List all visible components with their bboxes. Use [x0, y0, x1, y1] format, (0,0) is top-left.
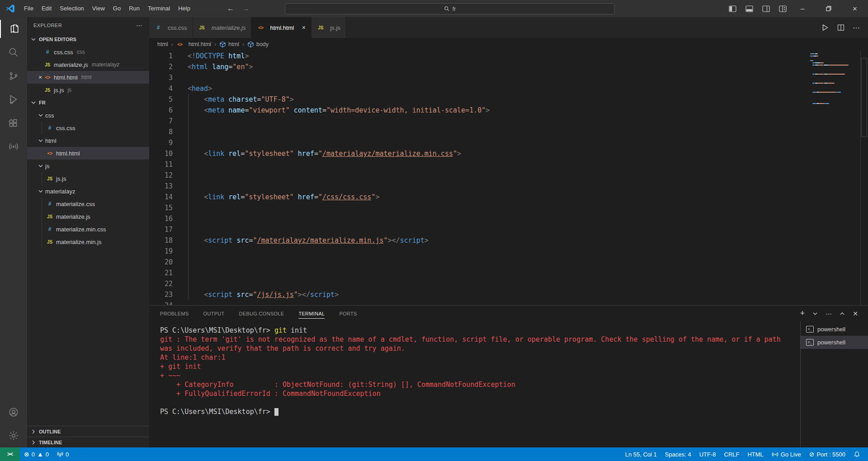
maximize-panel-icon[interactable] — [839, 310, 846, 317]
workspace-section-header[interactable]: FR — [27, 96, 149, 109]
menu-item-help[interactable]: Help — [174, 3, 194, 14]
close-editor-icon[interactable]: ✕ — [37, 75, 44, 80]
statusbar-item-spaces-4[interactable]: Spaces: 4 — [661, 447, 695, 461]
activity-item-run-and-debug[interactable] — [0, 88, 27, 111]
toggle-panel-icon[interactable] — [745, 5, 753, 12]
panel-tab-terminal[interactable]: TERMINAL — [298, 306, 325, 321]
activity-item-extensions[interactable] — [0, 111, 27, 135]
statusbar-item-go-live[interactable]: Go Live — [768, 447, 805, 461]
terminal-session-item[interactable]: >_powershell — [801, 323, 868, 336]
breadcrumb-item[interactable]: <>html.html — [176, 41, 212, 47]
statusbar-item-bell[interactable] — [849, 447, 864, 461]
code-line[interactable]: 9 — [149, 137, 868, 148]
menu-item-file[interactable]: File — [20, 3, 38, 14]
activity-item-accounts[interactable] — [0, 400, 27, 424]
code-line[interactable]: 20 — [149, 257, 868, 268]
breadcrumb-item[interactable]: body — [247, 41, 269, 48]
statusbar-item-html[interactable]: HTML — [743, 447, 767, 461]
activity-item-explorer[interactable] — [0, 17, 27, 41]
menu-item-view[interactable]: View — [88, 3, 109, 14]
code-line[interactable]: 1<!DOCTYPE html> — [149, 51, 868, 61]
restore-button[interactable] — [816, 0, 842, 17]
menu-item-edit[interactable]: Edit — [38, 3, 56, 14]
code-line[interactable]: 18 <script src="/materialayz/materialize… — [149, 235, 868, 246]
code-line[interactable]: 8 — [149, 127, 868, 137]
code-line[interactable]: 13 — [149, 181, 868, 192]
timeline-section-header[interactable]: TIMELINE — [27, 437, 149, 447]
activity-item-source-control[interactable] — [0, 64, 27, 88]
open-editor-item[interactable]: JSjs.jsjs — [27, 84, 149, 96]
tree-file-item[interactable]: #css.css — [27, 122, 149, 134]
editor-tab-materialize.js[interactable]: JSmaterialize.js — [193, 17, 252, 38]
terminal-output[interactable]: PS C:\Users\MSI\Desktop\fr> git initgit … — [149, 321, 800, 447]
panel-tab-debug-console[interactable]: DEBUG CONSOLE — [239, 306, 284, 321]
code-line[interactable]: 11 — [149, 159, 868, 170]
outline-section-header[interactable]: OUTLINE — [27, 426, 149, 437]
code-line[interactable]: 3 — [149, 72, 868, 83]
code-line[interactable]: 23 <script src="/js/js.js"></script> — [149, 289, 868, 300]
activity-item-remote-explorer[interactable] — [0, 135, 27, 158]
close-panel-icon[interactable]: ✕ — [853, 310, 858, 317]
tree-folder-item[interactable]: html — [27, 134, 149, 147]
tree-file-item[interactable]: #materialize.css — [27, 198, 149, 210]
code-line[interactable]: 14 <link rel="stylesheet" href="/css/css… — [149, 192, 868, 202]
tree-folder-item[interactable]: js — [27, 160, 149, 172]
code-line[interactable]: 22 — [149, 278, 868, 289]
toggle-secondary-sidebar-icon[interactable] — [762, 5, 770, 12]
statusbar-item-crlf[interactable]: CRLF — [720, 447, 744, 461]
code-line[interactable]: 2<html lang="en"> — [149, 61, 868, 72]
ports-status[interactable]: 0 — [53, 447, 73, 461]
menu-item-run[interactable]: Run — [125, 3, 144, 14]
statusbar-item-utf-8[interactable]: UTF-8 — [695, 447, 720, 461]
editor-scrollbar[interactable] — [861, 58, 867, 137]
open-editor-item[interactable]: JSmaterialize.jsmaterialayz — [27, 58, 149, 71]
code-line[interactable]: 6 <meta name="viewport" content="width=d… — [149, 105, 868, 116]
code-line[interactable]: 19 — [149, 246, 868, 257]
menu-item-terminal[interactable]: Terminal — [144, 3, 174, 14]
close-tab-icon[interactable]: ✕ — [302, 25, 306, 31]
statusbar-item-port-5500[interactable]: ⊘Port : 5500 — [805, 447, 849, 461]
open-editor-item[interactable]: ✕<>html.htmlhtml — [27, 71, 149, 84]
close-window-button[interactable]: ✕ — [842, 0, 868, 17]
menu-item-go[interactable]: Go — [109, 3, 125, 14]
minimap[interactable] — [810, 53, 859, 108]
breadcrumb-item[interactable]: html — [219, 41, 239, 48]
editor-tab-css.css[interactable]: #css.css — [149, 17, 193, 38]
editor-tab-js.js[interactable]: JSjs.js — [311, 17, 346, 38]
tree-file-item[interactable]: <>html.html — [27, 147, 149, 160]
tree-file-item[interactable]: #materialize.min.css — [27, 223, 149, 235]
panel-tab-ports[interactable]: PORTS — [339, 306, 357, 321]
command-center-search[interactable]: fr — [285, 3, 615, 14]
run-button-icon[interactable] — [821, 24, 829, 32]
code-line[interactable]: 17 — [149, 224, 868, 235]
tree-file-item[interactable]: JSmaterialize.min.js — [27, 235, 149, 248]
problems-status[interactable]: ⊗ 0 ▲ 0 — [20, 447, 53, 461]
panel-more-actions-icon[interactable]: ⋯ — [826, 310, 832, 317]
terminal-session-item[interactable]: >_powershell — [801, 336, 868, 349]
new-terminal-icon[interactable]: + — [800, 309, 805, 318]
tree-folder-item[interactable]: css — [27, 109, 149, 122]
code-line[interactable]: 15 — [149, 202, 868, 213]
code-editor[interactable]: 1<!DOCTYPE html>2<html lang="en">34<head… — [149, 51, 868, 305]
remote-indicator[interactable]: >< — [0, 447, 20, 461]
activity-item-settings[interactable] — [0, 424, 27, 447]
code-line[interactable]: 16 — [149, 213, 868, 224]
code-line[interactable]: 4<head> — [149, 83, 868, 94]
tree-file-item[interactable]: JSjs.js — [27, 172, 149, 185]
code-line[interactable]: 12 — [149, 170, 868, 181]
split-editor-icon[interactable] — [837, 24, 844, 31]
nav-back-button[interactable]: ← — [227, 5, 234, 13]
breadcrumb-item[interactable]: html — [157, 41, 168, 47]
open-editors-section-header[interactable]: OPEN EDITORS — [27, 33, 149, 46]
code-line[interactable]: 10 <link rel="stylesheet" href="/materia… — [149, 148, 868, 159]
editor-more-actions-icon[interactable]: ⋯ — [853, 24, 860, 32]
menu-item-selection[interactable]: Selection — [56, 3, 88, 14]
code-line[interactable]: 21 — [149, 268, 868, 278]
minimize-button[interactable]: ─ — [789, 0, 816, 17]
code-line[interactable]: 24 — [149, 300, 868, 305]
panel-tab-output[interactable]: OUTPUT — [203, 306, 225, 321]
code-line[interactable]: 5 <meta charset="UTF-8"> — [149, 94, 868, 105]
statusbar-item-ln-55-col-1[interactable]: Ln 55, Col 1 — [621, 447, 661, 461]
tree-file-item[interactable]: JSmaterialize.js — [27, 210, 149, 223]
explorer-more-actions-icon[interactable]: ⋯ — [136, 22, 143, 29]
